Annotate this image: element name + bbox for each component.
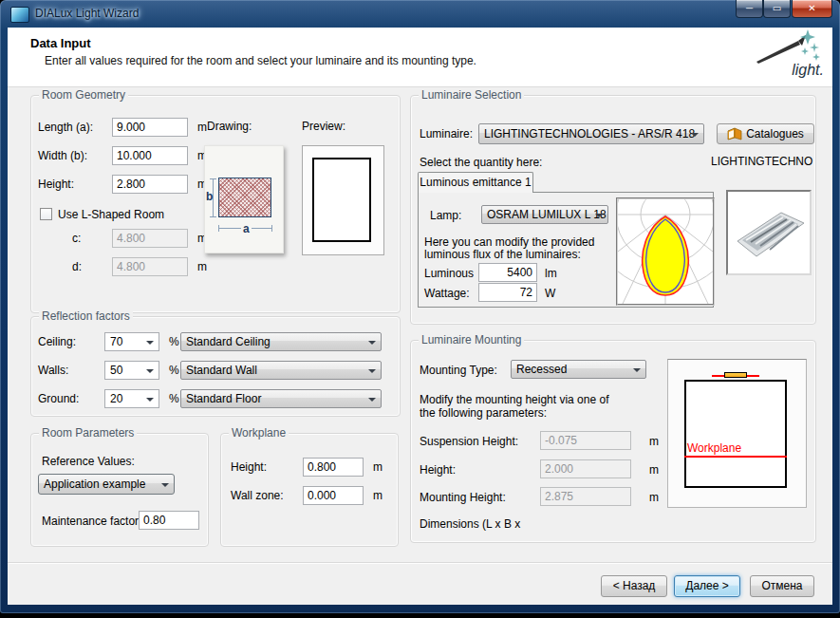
diagram-room-box bbox=[684, 380, 787, 488]
mount-height-label: Height: bbox=[420, 463, 456, 477]
window-title: DIALux Light Wizard bbox=[35, 7, 139, 20]
app-icon bbox=[10, 7, 29, 23]
dim-b-label: b bbox=[206, 190, 213, 203]
workplane-height-unit: m bbox=[373, 460, 383, 474]
room-height-input[interactable] bbox=[112, 175, 188, 194]
workplane-title: Workplane bbox=[229, 426, 289, 440]
lshape-label: Use L-Shaped Room bbox=[58, 208, 164, 221]
cancel-button[interactable]: Отмена bbox=[750, 575, 814, 597]
flux-hint-1: Here you can modify the provided bbox=[424, 235, 594, 249]
workplane-height-label: Height: bbox=[231, 460, 267, 474]
lshape-checkbox[interactable] bbox=[40, 208, 52, 220]
manufacturer-text: LIGHTINGTECHNO bbox=[711, 155, 812, 168]
room-drawing: b a bbox=[204, 145, 284, 253]
dimensions-label: Dimensions (L x B x bbox=[420, 517, 520, 531]
dropdown-arrow-icon bbox=[146, 369, 154, 373]
height-label: Height: bbox=[38, 178, 74, 191]
quantity-hint: Select the quantity here: bbox=[420, 156, 542, 169]
c-input bbox=[112, 229, 188, 248]
dropdown-arrow-icon bbox=[161, 483, 169, 487]
suspension-height-input bbox=[540, 431, 631, 450]
luminous-flux-input[interactable] bbox=[478, 263, 537, 282]
preview-label: Preview: bbox=[302, 120, 345, 133]
dropdown-arrow-icon bbox=[146, 341, 154, 345]
length-unit: m bbox=[197, 121, 207, 134]
dim-tick bbox=[210, 216, 216, 217]
d-input bbox=[112, 257, 188, 276]
c-label: c: bbox=[72, 232, 81, 245]
room-geometry-title: Room Geometry bbox=[39, 88, 128, 102]
wall-zone-unit: m bbox=[373, 489, 383, 502]
polar-diagram-image bbox=[616, 197, 715, 306]
book-icon bbox=[727, 127, 742, 140]
wall-zone-input[interactable] bbox=[303, 486, 364, 505]
maintenance-factor-label: Maintenance factor: bbox=[42, 515, 141, 528]
dropdown-arrow-icon bbox=[368, 398, 376, 402]
luminous-flux-label: Luminous bbox=[424, 267, 474, 280]
suspension-unit: m bbox=[649, 435, 659, 448]
luminaire-photo-panel bbox=[726, 190, 812, 275]
lamp-combo[interactable]: OSRAM LUMILUX L 18 bbox=[481, 205, 608, 224]
mounting-hint-1: Modify the mounting height via one of bbox=[420, 393, 608, 406]
ceiling-percent: % bbox=[169, 335, 179, 348]
catalogues-button[interactable]: Catalogues bbox=[717, 123, 814, 144]
mount-height-unit: m bbox=[649, 463, 659, 477]
wattage-label: Wattage: bbox=[424, 287, 470, 300]
walls-preset-combo[interactable]: Standard Wall bbox=[180, 361, 382, 380]
logo-text: light. bbox=[792, 62, 824, 79]
wall-zone-label: Wall zone: bbox=[231, 489, 284, 502]
dim-tick bbox=[210, 178, 216, 179]
reference-values-combo[interactable]: Application example bbox=[38, 474, 175, 495]
diagram-workplane-label: Workplane bbox=[687, 441, 741, 455]
suspension-height-label: Suspension Height: bbox=[420, 435, 518, 448]
flux-hint-2: luminous flux of the luminaires: bbox=[424, 248, 581, 261]
mounting-type-combo[interactable]: Recessed bbox=[511, 360, 646, 379]
dim-tick bbox=[218, 225, 219, 232]
ceiling-value-combo[interactable]: 70 bbox=[104, 332, 159, 351]
d-label: d: bbox=[72, 260, 82, 273]
dim-tick bbox=[271, 225, 272, 232]
dropdown-arrow-icon bbox=[691, 133, 699, 137]
mounting-height-input bbox=[540, 487, 631, 506]
mounting-hint-2: the following parameters: bbox=[420, 406, 547, 420]
w-unit: W bbox=[545, 287, 555, 300]
wattage-input[interactable] bbox=[478, 283, 537, 302]
room-parameters-title: Room Parameters bbox=[39, 426, 137, 440]
dropdown-arrow-icon bbox=[595, 214, 603, 217]
luminaire-selection-title: Luminaire Selection bbox=[419, 88, 524, 102]
titlebar[interactable]: DIALux Light Wizard ─ ▭ ✕ bbox=[0, 0, 840, 28]
page-subtitle: Enter all values required for the room a… bbox=[45, 54, 476, 67]
width-input[interactable] bbox=[112, 146, 188, 165]
lm-unit: lm bbox=[545, 267, 557, 280]
ground-percent: % bbox=[169, 392, 179, 405]
back-button[interactable]: < Назад bbox=[601, 575, 667, 597]
luminaire-combo[interactable]: LIGHTINGTECHNOLOGIES - ARS/R 418 bbox=[478, 123, 704, 144]
d-unit: m bbox=[197, 260, 207, 273]
dropdown-arrow-icon bbox=[368, 341, 376, 345]
walls-label: Walls: bbox=[38, 364, 68, 377]
mounting-type-label: Mounting Type: bbox=[420, 364, 497, 377]
tab-luminous-emittance[interactable]: Luminous emittance 1 bbox=[418, 172, 533, 193]
close-icon[interactable]: ✕ bbox=[792, 0, 832, 18]
next-button[interactable]: Далее > bbox=[674, 575, 740, 597]
walls-value-combo[interactable]: 50 bbox=[104, 361, 159, 380]
footer-separator-highlight bbox=[8, 563, 832, 564]
recessed-fixture bbox=[724, 372, 747, 378]
reference-values-label: Reference Values: bbox=[42, 455, 135, 468]
length-input[interactable] bbox=[112, 118, 188, 137]
ground-preset-combo[interactable]: Standard Floor bbox=[180, 389, 382, 408]
dropdown-arrow-icon bbox=[368, 369, 376, 373]
maintenance-factor-input[interactable] bbox=[139, 511, 199, 530]
ground-value-combo[interactable]: 20 bbox=[104, 389, 159, 408]
dialog-window: DIALux Light Wizard ─ ▭ ✕ Data Input Ent… bbox=[0, 0, 840, 613]
preview-room-rect bbox=[312, 158, 371, 242]
lamp-label: Lamp: bbox=[430, 209, 461, 222]
dim-a-label: a bbox=[241, 222, 252, 235]
luminaire-mounting-title: Luminaire Mounting bbox=[419, 333, 524, 346]
ceiling-preset-combo[interactable]: Standard Ceiling bbox=[180, 332, 382, 351]
reflection-title: Reflection factors bbox=[39, 309, 133, 323]
workplane-height-input[interactable] bbox=[303, 458, 364, 477]
maximize-icon[interactable]: ▭ bbox=[763, 0, 791, 18]
room-shape bbox=[218, 178, 271, 217]
minimize-icon[interactable]: ─ bbox=[736, 0, 763, 18]
